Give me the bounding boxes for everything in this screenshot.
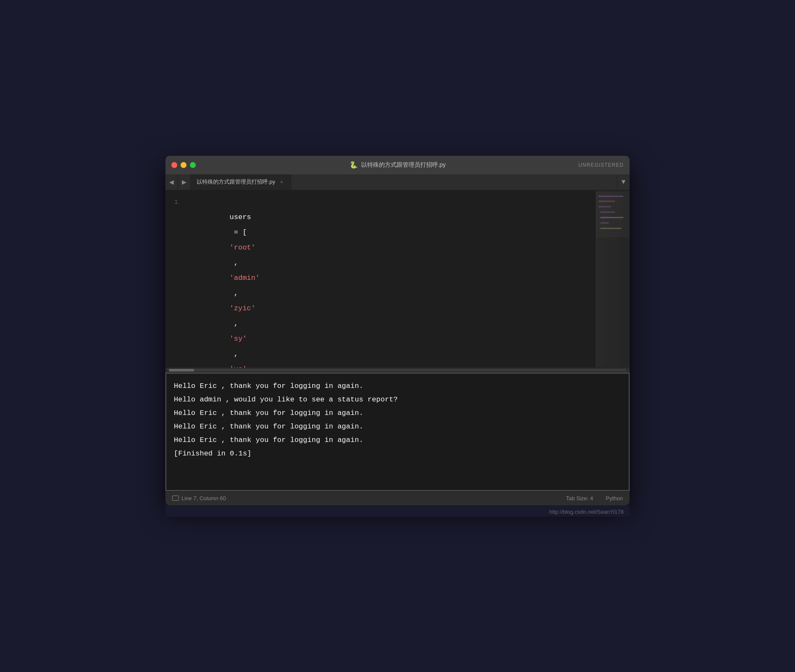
terminal-line-2: Hello admin , would you like to see a st…	[174, 393, 621, 406]
close-button[interactable]	[171, 162, 177, 168]
active-tab[interactable]: 以特殊的方式跟管理员打招呼.py ×	[191, 174, 291, 190]
tabbar: ◀ ▶ 以特殊的方式跟管理员打招呼.py × ▼	[165, 174, 630, 190]
maximize-button[interactable]	[190, 162, 196, 168]
terminal-line-6: [Finished in 0.1s]	[174, 447, 621, 461]
statusbar: Line 7, Column 60 Tab Size: 4 Python	[165, 491, 630, 505]
terminal-output: Hello Eric , thank you for logging in ag…	[165, 373, 630, 491]
titlebar-center: 🐍 以特殊的方式跟管理员打招呼.py	[349, 161, 446, 169]
tab-forward-button[interactable]: ▶	[178, 174, 191, 190]
code-editor[interactable]: 1 users = [ 'root' , 'admin' , 'zyic' , …	[165, 190, 596, 368]
scrollbar-track[interactable]	[169, 369, 626, 371]
tab-dropdown-button[interactable]: ▼	[617, 174, 630, 190]
line-num-1: 1	[165, 195, 187, 210]
terminal-line-3: Hello Eric , thank you for logging in ag…	[174, 406, 621, 420]
tab-back-button[interactable]: ◀	[165, 174, 178, 190]
status-right: Tab Size: 4 Python	[566, 495, 623, 501]
horizontal-scrollbar[interactable]	[165, 368, 630, 373]
status-left: Line 7, Column 60	[172, 495, 226, 501]
watermark: http://blog.csdn.net/SeanYi178	[165, 505, 630, 517]
minimap	[596, 190, 630, 368]
file-icon: 🐍	[349, 161, 358, 169]
minimize-button[interactable]	[181, 162, 187, 168]
monitor-icon	[172, 496, 179, 501]
cursor-position: Line 7, Column 60	[181, 495, 226, 501]
terminal-line-4: Hello Eric , thank you for logging in ag…	[174, 420, 621, 434]
svg-rect-9	[596, 191, 630, 366]
editor-window: 🐍 以特殊的方式跟管理员打招呼.py UNREGISTERED ◀ ▶ 以特殊的…	[165, 156, 630, 505]
tab-size-label: Tab Size: 4	[566, 495, 593, 501]
traffic-lights	[171, 162, 196, 168]
scrollbar-thumb[interactable]	[169, 369, 194, 371]
editor-area[interactable]: 1 users = [ 'root' , 'admin' , 'zyic' , …	[165, 190, 630, 368]
terminal-line-5: Hello Eric , thank you for logging in ag…	[174, 434, 621, 447]
tab-close-button[interactable]: ×	[279, 179, 284, 185]
unregistered-label: UNREGISTERED	[579, 162, 624, 168]
code-line-1: 1 users = [ 'root' , 'admin' , 'zyic' , …	[165, 195, 596, 368]
line-content-1: users = [ 'root' , 'admin' , 'zyic' , 's…	[187, 195, 589, 368]
terminal-line-1: Hello Eric , thank you for logging in ag…	[174, 379, 621, 393]
language-label: Python	[606, 495, 623, 501]
titlebar: 🐍 以特殊的方式跟管理员打招呼.py UNREGISTERED	[165, 156, 630, 174]
tab-label: 以特殊的方式跟管理员打招呼.py	[197, 178, 275, 186]
watermark-text: http://blog.csdn.net/SeanYi178	[549, 509, 624, 515]
titlebar-title: 以特殊的方式跟管理员打招呼.py	[361, 161, 446, 169]
